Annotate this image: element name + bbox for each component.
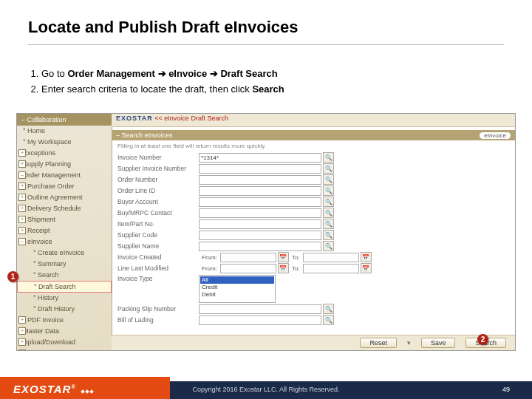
lookup-icon[interactable]: 🔍: [323, 197, 334, 207]
lookup-icon[interactable]: 🔍: [323, 219, 334, 229]
panel-header: – Search eInvoices eInvoice: [112, 130, 515, 140]
copyright: Copyright 2016 Exostar LLC. All Rights R…: [192, 386, 339, 393]
label-to: To:: [292, 254, 300, 261]
label-line-id: Order Line ID: [117, 187, 199, 194]
input-buyer[interactable]: [199, 197, 321, 207]
sidebar: – Collaboration ° Home ° My Workspace +E…: [17, 114, 112, 350]
sidebar-item-pdf[interactable]: +PDF Invoice: [17, 315, 112, 326]
option-credit[interactable]: Credit: [200, 284, 274, 291]
lookup-icon[interactable]: 🔍: [323, 152, 334, 163]
lookup-icon[interactable]: 🔍: [323, 174, 334, 185]
label-from: From:: [202, 254, 217, 261]
label-created: Invoice Created: [117, 253, 199, 261]
page-number: 49: [502, 386, 510, 393]
label-invoice-type: Invoice Type: [117, 275, 199, 282]
sidebar-item-master[interactable]: +Master Data: [17, 326, 112, 337]
input-line-id[interactable]: [199, 186, 321, 196]
input-invoice-number[interactable]: *1314*: [199, 153, 321, 163]
label-buyer: Buyer Account: [117, 198, 199, 205]
input-mod-from[interactable]: [220, 264, 276, 273]
main-panel: EXOSTAR << eInvoice Draft Search – Searc…: [112, 114, 515, 350]
sidebar-item-po[interactable]: +Purchase Order: [17, 181, 112, 192]
text-bold: Search: [252, 83, 284, 95]
arrow-icon: ➔: [207, 68, 220, 79]
label-supplier-code: Supplier Code: [117, 231, 199, 239]
sidebar-item-search[interactable]: ° Search: [17, 270, 112, 281]
sidebar-item-exceptions[interactable]: +Exceptions: [17, 148, 112, 159]
sidebar-item-workspace[interactable]: ° My Workspace: [17, 137, 112, 148]
divider: [28, 44, 504, 45]
sidebar-item-profile[interactable]: +My Profile: [17, 348, 112, 351]
input-supplier-invno[interactable]: [199, 164, 321, 174]
input-mrpc[interactable]: [199, 208, 321, 218]
option-all[interactable]: All: [200, 276, 274, 284]
page-title: Locate and Publish Draft eInvoices: [0, 0, 532, 44]
label-order-number: Order Number: [117, 176, 199, 183]
lookup-icon[interactable]: 🔍: [323, 163, 334, 174]
button-bar: Reset ▾ Save Search: [112, 335, 515, 350]
label-item: Item/Part No.: [117, 220, 199, 228]
label-packing-slip: Packing Slip Number: [117, 305, 199, 313]
sidebar-item-shipment[interactable]: +Shipment: [17, 214, 112, 225]
text-bold: Order Management: [67, 68, 154, 79]
hint-text: Filling in at least one field will retur…: [112, 140, 515, 151]
input-created-to[interactable]: [303, 253, 359, 262]
input-lading[interactable]: [199, 316, 321, 325]
input-packing-slip[interactable]: [199, 304, 321, 314]
breadcrumb-path: << eInvoice Draft Search: [153, 115, 228, 122]
input-order-number[interactable]: [199, 175, 321, 185]
sidebar-item-upload[interactable]: +Upload/Download: [17, 337, 112, 348]
sidebar-header: – Collaboration: [17, 114, 112, 126]
footer-brand-logo: EXOSTAR®: [13, 383, 94, 395]
label-to: To:: [292, 265, 300, 272]
instruction-list: Go to Order Management ➔ eInvoice ➔ Draf…: [0, 55, 532, 103]
sidebar-item-draft-history[interactable]: ° Draft History: [17, 304, 112, 315]
lookup-icon[interactable]: 🔍: [323, 185, 334, 196]
panel-title: – Search eInvoices: [116, 132, 173, 139]
callout-2: 2: [477, 334, 488, 345]
sidebar-item-summary[interactable]: ° Summary: [17, 259, 112, 270]
sidebar-item-receipt[interactable]: +Receipt: [17, 225, 112, 236]
sidebar-item-home[interactable]: ° Home: [17, 126, 112, 137]
save-button[interactable]: Save: [421, 338, 456, 348]
lookup-icon[interactable]: 🔍: [323, 315, 334, 325]
lookup-icon[interactable]: 🔍: [323, 241, 334, 251]
lookup-icon[interactable]: 🔍: [323, 304, 334, 314]
text: Enter search criteria to locate the draf…: [41, 83, 252, 95]
label-mrpc: Buy/MRPC Contact: [117, 209, 199, 216]
sidebar-item-einvoice[interactable]: –eInvoice: [17, 236, 112, 248]
input-mod-to[interactable]: [303, 264, 359, 273]
input-supplier-code[interactable]: [199, 231, 321, 240]
sidebar-item-supply[interactable]: +Supply Planning: [17, 159, 112, 170]
lookup-icon[interactable]: 🔍: [323, 230, 334, 240]
arrow-icon: ➔: [155, 68, 168, 79]
lookup-icon[interactable]: 🔍: [323, 208, 334, 218]
text-bold: Draft Search: [220, 68, 277, 79]
input-created-from[interactable]: [220, 253, 276, 262]
reset-button[interactable]: Reset: [360, 338, 397, 348]
sidebar-item-draft-search[interactable]: ° Draft Search: [17, 281, 112, 293]
label-supplier-name: Supplier Name: [117, 242, 199, 250]
input-item[interactable]: [199, 219, 321, 229]
input-supplier-name[interactable]: [199, 242, 321, 251]
sidebar-item-create[interactable]: ° Create eInvoice: [17, 248, 112, 259]
calendar-icon[interactable]: 📅: [278, 263, 289, 273]
sidebar-item-order-mgmt[interactable]: –Order Management: [17, 170, 112, 181]
label-lading: Bill of Lading: [117, 316, 199, 324]
label-modified: Line Last Modified: [117, 265, 199, 272]
select-invoice-type[interactable]: All Credit Debit: [199, 275, 276, 303]
breadcrumb: EXOSTAR << eInvoice Draft Search: [112, 114, 515, 127]
text: Go to: [41, 68, 67, 79]
option-debit[interactable]: Debit: [200, 291, 274, 299]
search-form: Invoice Number*1314*🔍 Supplier Invoice N…: [112, 152, 515, 325]
sidebar-item-delivery[interactable]: +Delivery Schedule: [17, 203, 112, 214]
calendar-icon[interactable]: 📅: [278, 252, 289, 262]
calendar-icon[interactable]: 📅: [361, 252, 372, 262]
label-supplier-invno: Supplier Invoice Number: [117, 165, 199, 172]
sidebar-item-outline[interactable]: +Outline Agreement: [17, 192, 112, 203]
callout-1: 1: [7, 271, 18, 282]
sidebar-item-history[interactable]: ° History: [17, 293, 112, 304]
label-invoice-number: Invoice Number: [117, 154, 199, 161]
label-from: From:: [202, 265, 217, 272]
calendar-icon[interactable]: 📅: [361, 263, 372, 273]
